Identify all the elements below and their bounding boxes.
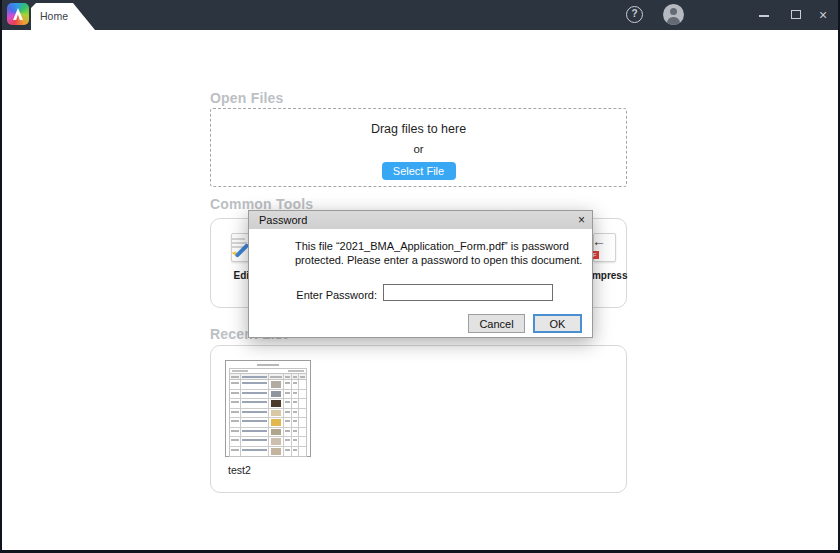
ok-button[interactable]: OK <box>533 314 582 333</box>
dialog-title: Password <box>259 211 307 229</box>
maximize-icon[interactable] <box>791 10 801 19</box>
recent-thumb-table <box>229 373 307 457</box>
compress-arrow-icon: ← <box>592 233 606 249</box>
thumb-doc-title <box>257 364 279 366</box>
select-file-button[interactable]: Select File <box>382 162 456 180</box>
recent-file-thumbnail[interactable] <box>225 360 311 457</box>
dialog-close-icon[interactable]: × <box>578 211 585 229</box>
help-icon[interactable]: ? <box>626 6 643 23</box>
dialog-title-bar[interactable]: Password × <box>249 211 592 229</box>
app-logo-icon <box>7 3 29 25</box>
password-input[interactable] <box>383 284 553 301</box>
cancel-button[interactable]: Cancel <box>468 314 525 333</box>
recent-list-panel: test2 <box>210 345 627 493</box>
open-files-heading: Open Files <box>210 90 284 106</box>
drag-drop-area[interactable]: Drag files to here or Select File <box>210 108 627 187</box>
title-bar: Home ? × <box>2 0 838 30</box>
tab-home-label: Home <box>40 3 68 30</box>
tab-home[interactable]: Home <box>31 3 95 30</box>
enter-password-label: Enter Password: <box>267 289 377 301</box>
minimize-icon[interactable] <box>759 15 769 17</box>
user-avatar[interactable] <box>663 4 684 25</box>
recent-file-name: test2 <box>228 464 251 476</box>
password-dialog: Password × This file “2021_BMA_Applicati… <box>248 210 593 338</box>
close-icon[interactable]: × <box>814 5 832 25</box>
avatar-body-icon <box>667 17 680 25</box>
app-window: Home ? × Open Files Drag files to here o… <box>0 0 840 553</box>
dialog-message: This file “2021_BMA_Application_Form.pdf… <box>295 240 591 267</box>
or-text: or <box>211 143 626 155</box>
drag-files-text: Drag files to here <box>211 122 626 136</box>
logo-arrow-glyph <box>13 8 23 20</box>
avatar-head-icon <box>670 8 677 15</box>
